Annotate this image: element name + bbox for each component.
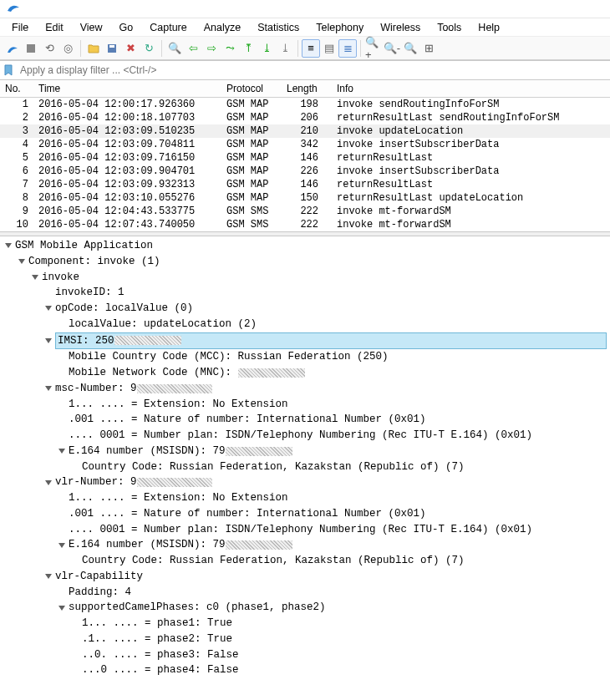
go-forward-button[interactable]: ⇨ [202, 39, 221, 58]
bookmark-icon[interactable] [0, 64, 17, 76]
open-file-button[interactable] [84, 39, 103, 58]
zoom-in-button[interactable]: 🔍+ [364, 39, 383, 58]
colorize-button[interactable]: ≡ [302, 39, 320, 58]
menu-telephony[interactable]: Telephony [309, 20, 370, 35]
col-info[interactable]: Info [332, 80, 610, 98]
tree-component[interactable]: Component: invoke (1) [0, 254, 610, 270]
tree-nature: .001 .... = Nature of number: Internatio… [0, 412, 610, 428]
col-time[interactable]: Time [33, 80, 221, 98]
menu-edit[interactable]: Edit [38, 20, 70, 35]
tree-phase2: .1.. .... = phase2: True [0, 632, 610, 647]
packet-row[interactable]: 102016-05-04 12:07:43.740050GSM SMS222in… [0, 218, 610, 231]
title-bar [0, 0, 610, 18]
menu-statistics[interactable]: Statistics [251, 20, 306, 35]
packet-row[interactable]: 52016-05-04 12:03:09.716150GSM MAP146ret… [0, 151, 610, 165]
packet-details-pane[interactable]: GSM Mobile Application Component: invoke… [0, 236, 610, 683]
menu-help[interactable]: Help [471, 20, 506, 35]
menu-tools[interactable]: Tools [430, 20, 468, 35]
packet-row[interactable]: 72016-05-04 12:03:09.932313GSM MAP146ret… [0, 178, 610, 191]
tree-imsi[interactable]: IMSI: 250 [0, 332, 610, 350]
packet-row[interactable]: 92016-05-04 12:04:43.533775GSM SMS222inv… [0, 205, 610, 218]
tree-country-code2: Country Code: Russian Federation, Kazaks… [0, 553, 610, 569]
zoom-out-button[interactable]: 🔍- [383, 39, 401, 58]
menu-wireless[interactable]: Wireless [374, 20, 427, 35]
menu-bar: FileEditViewGoCaptureAnalyzeStatisticsTe… [0, 18, 610, 37]
tree-ext: 1... .... = Extension: No Extension [0, 397, 610, 413]
tree-root[interactable]: GSM Mobile Application [0, 238, 610, 254]
svg-rect-2 [109, 45, 114, 48]
tree-mcc: Mobile Country Code (MCC): Russian Feder… [0, 349, 610, 365]
tree-vlr-capability[interactable]: vlr-Capability [0, 569, 610, 585]
stop-capture-button[interactable] [22, 39, 40, 58]
tree-plan2: .... 0001 = Number plan: ISDN/Telephony … [0, 522, 610, 538]
menu-go[interactable]: Go [113, 20, 140, 35]
resize-all-button[interactable]: ⊞ [419, 39, 438, 58]
layout-button[interactable]: ≣ [338, 39, 357, 58]
display-filter-input[interactable] [17, 63, 610, 78]
packet-list-pane[interactable]: No. Time Protocol Length Info 12016-05-0… [0, 80, 610, 231]
tree-e164[interactable]: E.164 number (MSISDN): 79 [0, 444, 610, 459]
auto-scroll-button[interactable]: ⤓ [276, 39, 294, 58]
tree-localvalue: localValue: updateLocation (2) [0, 317, 610, 332]
tree-invoke[interactable]: invoke [0, 270, 610, 286]
packet-list-header[interactable]: No. Time Protocol Length Info [0, 80, 610, 98]
save-button[interactable] [103, 39, 121, 58]
tree-opcode[interactable]: opCode: localValue (0) [0, 301, 610, 317]
jump-to-button[interactable]: ⤳ [221, 39, 239, 58]
tree-country-code: Country Code: Russian Federation, Kazaks… [0, 459, 610, 475]
menu-file[interactable]: File [5, 20, 35, 35]
packet-row[interactable]: 12016-05-04 12:00:17.926360GSM MAP198inv… [0, 98, 610, 112]
reload-button[interactable]: ↻ [140, 39, 158, 58]
tree-ext2: 1... .... = Extension: No Extension [0, 490, 610, 506]
find-button[interactable]: 🔍 [165, 39, 184, 58]
tree-phase4: ...0 .... = phase4: False [0, 662, 610, 678]
packet-row[interactable]: 62016-05-04 12:03:09.904701GSM MAP226inv… [0, 165, 610, 178]
col-protocol[interactable]: Protocol [221, 80, 282, 98]
packet-row[interactable]: 32016-05-04 12:03:09.510235GSM MAP210inv… [0, 124, 610, 138]
tree-padding: Padding: 4 [0, 585, 610, 601]
packet-row[interactable]: 22016-05-04 12:00:18.107703GSM MAP206ret… [0, 111, 610, 124]
tree-e164-2[interactable]: E.164 number (MSISDN): 79 [0, 537, 610, 553]
packet-row[interactable]: 82016-05-04 12:03:10.055276GSM MAP150ret… [0, 191, 610, 205]
go-first-button[interactable]: ⤒ [239, 39, 257, 58]
menu-capture[interactable]: Capture [143, 20, 193, 35]
main-toolbar: ⟲ ◎ ✖ ↻ 🔍 ⇦ ⇨ ⤳ ⤒ ⤓ ⤓ ≡ ▤ ≣ 🔍+ 🔍- 🔍 ⊞ [0, 37, 610, 60]
go-last-button[interactable]: ⤓ [257, 39, 276, 58]
resize-columns-button[interactable]: ▤ [320, 39, 338, 58]
close-button[interactable]: ✖ [121, 39, 140, 58]
tree-msc-number[interactable]: msc-Number: 9 [0, 381, 610, 397]
svg-rect-0 [27, 44, 35, 53]
app-icon [7, 1, 20, 17]
col-no[interactable]: No. [0, 80, 33, 98]
menu-analyze[interactable]: Analyze [197, 20, 247, 35]
capture-options-button[interactable]: ◎ [58, 39, 77, 58]
col-length[interactable]: Length [282, 80, 332, 98]
tree-camel-phases[interactable]: supportedCamelPhases: c0 (phase1, phase2… [0, 600, 610, 616]
restart-capture-button[interactable]: ⟲ [40, 39, 58, 58]
menu-view[interactable]: View [74, 20, 109, 35]
tree-phase1: 1... .... = phase1: True [0, 616, 610, 632]
tree-phase3: ..0. .... = phase3: False [0, 647, 610, 663]
tree-mnc: Mobile Network Code (MNC): [0, 365, 610, 381]
go-back-button[interactable]: ⇦ [184, 39, 202, 58]
zoom-reset-button[interactable]: 🔍 [401, 39, 419, 58]
tree-invokeid: invokeID: 1 [0, 285, 610, 301]
tree-vlr-number[interactable]: vlr-Number: 9 [0, 474, 610, 490]
display-filter-bar [0, 60, 610, 80]
tree-plan: .... 0001 = Number plan: ISDN/Telephony … [0, 428, 610, 444]
tree-nature2: .001 .... = Nature of number: Internatio… [0, 506, 610, 522]
packet-row[interactable]: 42016-05-04 12:03:09.704811GSM MAP342inv… [0, 138, 610, 151]
shark-fin-icon[interactable] [3, 39, 22, 58]
